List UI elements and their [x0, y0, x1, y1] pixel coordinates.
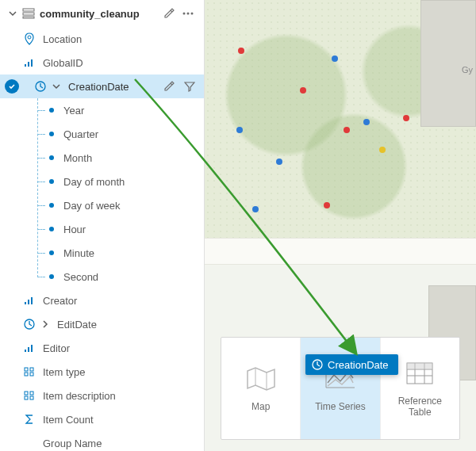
date-parts-list: Year Quarter Month Day of month Day of w… [0, 98, 204, 289]
layer-header[interactable]: community_cleanup [0, 0, 204, 27]
date-icon [22, 319, 36, 330]
bullet-icon [49, 274, 54, 279]
svg-rect-16 [28, 347, 29, 352]
drop-tile-map[interactable]: Map [221, 338, 300, 439]
field-label: EditDate [57, 319, 97, 331]
tile-label: Time Series [315, 401, 366, 412]
svg-rect-8 [28, 62, 29, 67]
field-list: Location GlobalID CreationDate [0, 27, 204, 451]
svg-rect-19 [30, 368, 33, 371]
expand-icon [40, 320, 51, 328]
date-part-month[interactable]: Month [44, 146, 204, 170]
svg-point-6 [28, 36, 31, 39]
fields-panel: community_cleanup Location GlobalID [0, 0, 205, 451]
date-part-second[interactable]: Second [44, 265, 204, 289]
date-part-minute[interactable]: Minute [44, 241, 204, 265]
collapse-icon [51, 82, 62, 90]
string-icon [22, 343, 36, 353]
field-itemdesc[interactable]: Item description [0, 384, 204, 407]
svg-point-4 [187, 13, 190, 15]
date-part-year[interactable]: Year [44, 98, 204, 122]
field-label: Item description [43, 390, 116, 402]
field-creationdate[interactable]: CreationDate [0, 75, 204, 98]
svg-rect-9 [31, 59, 33, 67]
more-button[interactable] [178, 4, 198, 23]
bullet-icon [49, 250, 54, 255]
add-element-panel: Map Time Series Reference Table [221, 337, 460, 440]
svg-rect-1 [23, 13, 34, 15]
date-part-quarter[interactable]: Quarter [44, 122, 204, 146]
svg-rect-11 [25, 302, 26, 304]
svg-rect-22 [25, 392, 28, 395]
drop-tile-timeseries[interactable]: Time Series [300, 338, 379, 439]
svg-rect-12 [28, 300, 29, 304]
svg-rect-7 [25, 64, 26, 67]
field-itemcount[interactable]: Item Count [0, 407, 204, 431]
drop-tile-table[interactable]: Reference Table [380, 338, 459, 439]
sum-icon [22, 414, 36, 425]
rename-button[interactable] [159, 4, 178, 23]
svg-rect-15 [25, 350, 26, 352]
edit-field-button[interactable] [159, 77, 178, 96]
field-label: Creator [43, 295, 77, 307]
location-icon [22, 32, 36, 45]
bullet-icon [49, 179, 54, 184]
svg-rect-2 [23, 17, 34, 18]
svg-rect-32 [407, 363, 432, 369]
field-groupname[interactable]: Group Name [0, 431, 204, 451]
svg-rect-21 [30, 373, 33, 376]
svg-rect-25 [30, 396, 33, 399]
svg-rect-17 [31, 345, 33, 352]
layer-name: community_cleanup [40, 8, 159, 20]
collapse-icon [8, 10, 17, 17]
svg-rect-20 [25, 373, 28, 376]
bullet-icon [49, 132, 54, 136]
tile-label: Map [251, 401, 270, 412]
field-label: Editor [43, 342, 70, 354]
dashboard-canvas[interactable]: Gy Map Tim [205, 0, 476, 451]
field-label: Item type [43, 366, 85, 378]
field-label: Item Count [43, 414, 94, 426]
field-label: Location [43, 33, 82, 45]
bullet-icon [49, 108, 54, 113]
category-icon [22, 391, 36, 400]
field-itemtype[interactable]: Item type [0, 360, 204, 384]
field-editor[interactable]: Editor [0, 336, 204, 360]
field-globalid[interactable]: GlobalID [0, 51, 204, 75]
field-creator[interactable]: Creator [0, 289, 204, 312]
map-tile-icon [245, 365, 277, 393]
string-icon [22, 58, 36, 67]
map-label: Gy [462, 65, 473, 75]
selected-check-icon [5, 79, 19, 94]
tile-label: Reference Table [398, 396, 442, 419]
field-location[interactable]: Location [0, 27, 204, 51]
date-icon [312, 359, 323, 370]
string-icon [22, 296, 36, 305]
category-icon [22, 367, 36, 376]
svg-rect-24 [25, 396, 28, 399]
bullet-icon [49, 227, 54, 231]
svg-point-3 [183, 13, 186, 15]
drag-chip[interactable]: CreationDate [305, 354, 398, 375]
table-tile-icon [404, 359, 436, 388]
field-editdate[interactable]: EditDate [0, 312, 204, 336]
field-label: Group Name [43, 438, 102, 449]
bullet-icon [49, 203, 54, 208]
field-label: CreationDate [68, 81, 129, 93]
layer-icon [22, 8, 35, 19]
date-part-dow[interactable]: Day of week [44, 193, 204, 217]
svg-rect-18 [25, 368, 28, 371]
field-label: GlobalID [43, 57, 83, 69]
svg-rect-23 [30, 392, 33, 395]
date-part-dom[interactable]: Day of month [44, 170, 204, 193]
svg-rect-0 [23, 9, 34, 11]
drag-chip-label: CreationDate [328, 359, 389, 371]
date-icon [33, 81, 48, 92]
date-part-hour[interactable]: Hour [44, 217, 204, 241]
filter-field-button[interactable] [180, 77, 199, 96]
bullet-icon [49, 155, 54, 160]
svg-point-5 [191, 13, 194, 15]
svg-rect-13 [31, 297, 33, 304]
